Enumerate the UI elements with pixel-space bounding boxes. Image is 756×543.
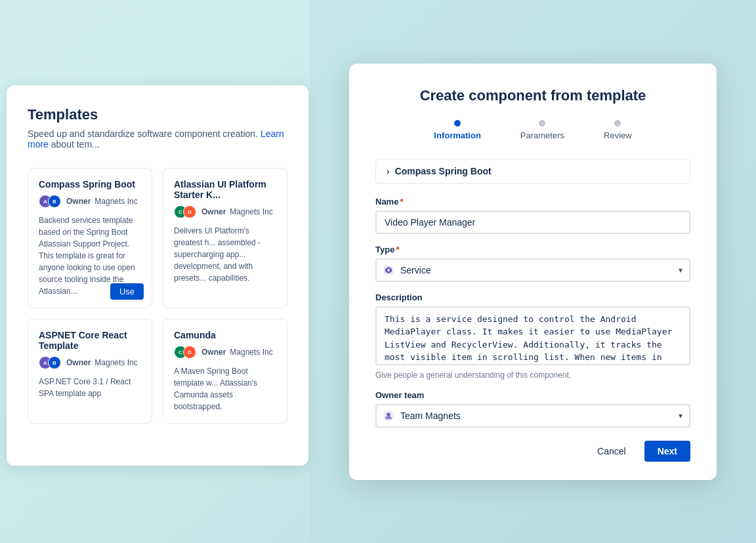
- owner-name: Magnets Inc: [94, 197, 137, 206]
- step-dot-information: [454, 120, 461, 127]
- owner-label: Owner: [201, 348, 226, 357]
- avatar: B: [48, 195, 61, 208]
- owner-row: A B Owner Magnets Inc: [39, 195, 141, 208]
- templates-grid: Compass Spring Boot A B Owner Magnets In…: [28, 168, 287, 424]
- use-button[interactable]: Use: [110, 283, 144, 300]
- modal-overlay: Create component from template Informati…: [310, 0, 756, 543]
- owner-row: C D Owner Magnets Inc: [174, 205, 276, 218]
- avatar: D: [183, 346, 196, 359]
- type-field-group: Type * Service Library Application Other: [375, 245, 690, 282]
- owner-label: Owner: [201, 207, 226, 216]
- description-textarea[interactable]: This is a service designed to control th…: [375, 306, 690, 365]
- owner-team-label: Owner team: [375, 390, 690, 400]
- templates-title: Templates: [28, 106, 287, 123]
- template-ref-name: Compass Spring Boot: [395, 166, 492, 176]
- templates-panel: Templates Speed up and standardize softw…: [7, 85, 308, 466]
- avatar-group: C D: [174, 205, 192, 218]
- template-reference: › Compass Spring Boot: [375, 159, 690, 184]
- owner-team-select[interactable]: Team Magnets: [375, 404, 690, 428]
- description-hint: Give people a general understanding of t…: [375, 371, 690, 380]
- owner-label: Owner: [66, 197, 91, 206]
- owner-name: Magnets Inc: [94, 358, 137, 367]
- avatar-group: A B: [39, 195, 57, 208]
- step-parameters: Parameters: [520, 120, 564, 140]
- name-input[interactable]: [375, 211, 690, 234]
- step-label-review: Review: [604, 131, 632, 140]
- name-label: Name *: [375, 197, 690, 207]
- owner-label: Owner: [66, 358, 91, 367]
- description-label: Description: [375, 292, 690, 302]
- step-dot-review: [614, 120, 621, 127]
- card-title: Atlassian UI Platform Starter K...: [174, 179, 276, 200]
- required-indicator: *: [400, 197, 403, 207]
- step-dot-parameters: [539, 120, 545, 127]
- template-card-camunda: Camunda C D Owner Magnets Inc A Maven Sp…: [163, 319, 287, 424]
- card-title: Camunda: [174, 330, 276, 340]
- template-card-atlassian-ui: Atlassian UI Platform Starter K... C D O…: [163, 168, 287, 308]
- type-select-wrapper: Service Library Application Other ▾: [375, 258, 690, 282]
- card-title: Compass Spring Boot: [39, 179, 141, 190]
- name-field-group: Name *: [375, 197, 690, 234]
- card-description: A Maven Spring Boot template w... Atlass…: [174, 365, 276, 412]
- create-component-modal: Create component from template Informati…: [349, 64, 717, 480]
- next-button[interactable]: Next: [644, 441, 690, 462]
- owner-row: A B Owner Magnets Inc: [39, 356, 141, 369]
- required-indicator: *: [396, 245, 399, 254]
- card-title: ASPNET Core React Template: [39, 330, 141, 351]
- modal-title: Create component from template: [375, 87, 690, 104]
- step-label-information: Information: [434, 131, 481, 140]
- step-information: Information: [434, 120, 481, 140]
- step-review: Review: [604, 120, 632, 140]
- stepper: Information Parameters Review: [375, 120, 690, 140]
- chevron-right-icon: ›: [387, 166, 390, 176]
- cancel-button[interactable]: Cancel: [587, 441, 637, 462]
- owner-name: Magnets Inc: [230, 207, 272, 216]
- team-icon: [382, 409, 395, 422]
- step-label-parameters: Parameters: [520, 131, 564, 140]
- owner-row: C D Owner Magnets Inc: [174, 346, 276, 359]
- owner-name: Magnets Inc: [230, 348, 272, 357]
- svg-point-1: [387, 269, 390, 272]
- avatar: D: [183, 205, 196, 218]
- avatar: B: [48, 356, 61, 369]
- type-label: Type *: [375, 245, 690, 254]
- template-card-aspnet: ASPNET Core React Template A B Owner Mag…: [28, 319, 152, 424]
- owner-team-select-wrapper: Team Magnets ▾: [375, 404, 690, 428]
- modal-footer: Cancel Next: [375, 441, 690, 462]
- service-icon: [382, 264, 395, 277]
- owner-team-field-group: Owner team Team Magnets ▾: [375, 390, 690, 428]
- type-select[interactable]: Service Library Application Other: [375, 258, 690, 282]
- description-field-group: Description This is a service designed t…: [375, 292, 690, 380]
- card-description: ASP.NET Core 3.1 / React SPA template ap…: [39, 376, 141, 399]
- avatar-group: C D: [174, 346, 192, 359]
- avatar-group: A B: [39, 356, 57, 369]
- templates-subtitle: Speed up and standardize software compon…: [28, 129, 287, 150]
- svg-point-3: [387, 412, 390, 416]
- card-description: Delivers UI Platform's greatest h... ass…: [174, 225, 276, 284]
- template-card-compass-spring-boot: Compass Spring Boot A B Owner Magnets In…: [28, 168, 152, 308]
